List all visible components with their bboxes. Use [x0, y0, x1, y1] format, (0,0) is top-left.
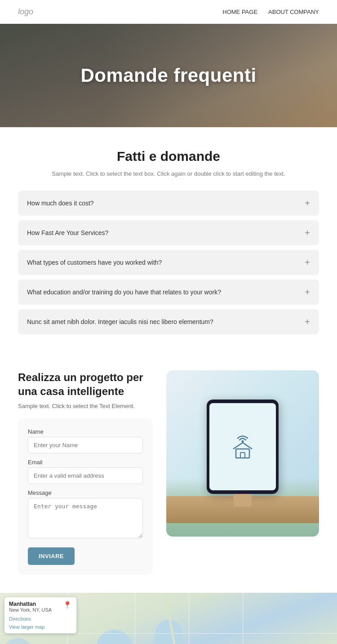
- logo: logo: [18, 7, 33, 17]
- email-label: Email: [28, 459, 143, 466]
- tablet-device: [207, 400, 279, 494]
- road-v3: [189, 593, 189, 644]
- map-popup-title: Manhattan: [9, 601, 52, 607]
- faq-question-5: Nunc sit amet nibh dolor. Integer iaculi…: [27, 318, 213, 325]
- map-popup-info: Manhattan New York, NY, USA: [9, 601, 52, 614]
- faq-question-2: How Fast Are Your Services?: [27, 229, 108, 236]
- water-left: [0, 638, 36, 644]
- contact-title: Realizza un progetto per una casa intell…: [18, 370, 153, 398]
- map-pin-icon: 📍: [63, 601, 72, 609]
- faq-question-3: What types of customers have you worked …: [27, 259, 162, 266]
- map-popup-subtitle: New York, NY, USA: [9, 607, 52, 613]
- nav-links: HOME PAGE ABOUT COMPANY: [222, 9, 319, 15]
- map-popup-header: Manhattan New York, NY, USA 📍: [9, 601, 72, 614]
- tablet-stand: [234, 494, 252, 506]
- road-h1: [0, 633, 337, 634]
- contact-form: Name Email Message INVIARE: [18, 418, 153, 575]
- map-section[interactable]: New York NEW JERSEY QUEENS BROOKLYN MANH…: [0, 593, 337, 644]
- faq-title: Fatti e domande: [18, 149, 319, 164]
- nav-about[interactable]: ABOUT COMPANY: [268, 9, 319, 15]
- faq-item-1[interactable]: How much does it cost? +: [18, 191, 319, 216]
- river-hudson: [92, 626, 150, 644]
- nav-home[interactable]: HOME PAGE: [222, 9, 257, 15]
- faq-item-4[interactable]: What education and/or training do you ha…: [18, 280, 319, 305]
- faq-item-2[interactable]: How Fast Are Your Services? +: [18, 220, 319, 245]
- hero-section: Domande frequenti: [0, 24, 337, 127]
- message-textarea[interactable]: [28, 498, 143, 538]
- faq-item-3[interactable]: What types of customers have you worked …: [18, 250, 319, 275]
- email-field-group: Email: [28, 459, 143, 484]
- map-popup: Manhattan New York, NY, USA 📍 Directions…: [4, 597, 76, 633]
- map-larger-link[interactable]: View larger map: [9, 624, 72, 630]
- message-label: Message: [28, 489, 143, 496]
- faq-subtitle: Sample text. Click to select the text bo…: [18, 170, 319, 177]
- faq-expand-icon-5: +: [305, 317, 310, 326]
- svg-rect-1: [236, 449, 249, 458]
- faq-section: Fatti e domande Sample text. Click to se…: [0, 127, 337, 352]
- submit-button[interactable]: INVIARE: [28, 547, 75, 565]
- smart-home-icon: [227, 430, 258, 463]
- faq-question-4: What education and/or training do you ha…: [27, 289, 221, 296]
- hero-title: Domande frequenti: [80, 65, 256, 86]
- name-field-group: Name: [28, 428, 143, 453]
- faq-item-5[interactable]: Nunc sit amet nibh dolor. Integer iaculi…: [18, 309, 319, 334]
- faq-expand-icon-2: +: [305, 228, 310, 237]
- svg-rect-2: [240, 453, 245, 458]
- faq-expand-icon-1: +: [305, 199, 310, 208]
- road-v4: [243, 593, 243, 644]
- name-input[interactable]: [28, 437, 143, 453]
- message-field-group: Message: [28, 489, 143, 540]
- contact-image: [166, 370, 319, 537]
- map-directions-link[interactable]: Directions: [9, 616, 31, 622]
- faq-expand-icon-3: +: [305, 258, 310, 267]
- contact-left: Realizza un progetto per una casa intell…: [18, 370, 153, 575]
- navbar: logo HOME PAGE ABOUT COMPANY: [0, 0, 337, 24]
- contact-section: Realizza un progetto per una casa intell…: [0, 352, 337, 575]
- name-label: Name: [28, 428, 143, 435]
- road-v2: [135, 593, 135, 644]
- contact-subtitle: Sample text. Click to select the Text El…: [18, 403, 153, 409]
- river-east: [149, 619, 183, 644]
- faq-question-1: How much does it cost?: [27, 200, 94, 207]
- tablet-screen: [209, 403, 276, 490]
- email-input[interactable]: [28, 467, 143, 484]
- faq-expand-icon-4: +: [305, 288, 310, 297]
- faq-list: How much does it cost? + How Fast Are Yo…: [18, 191, 319, 334]
